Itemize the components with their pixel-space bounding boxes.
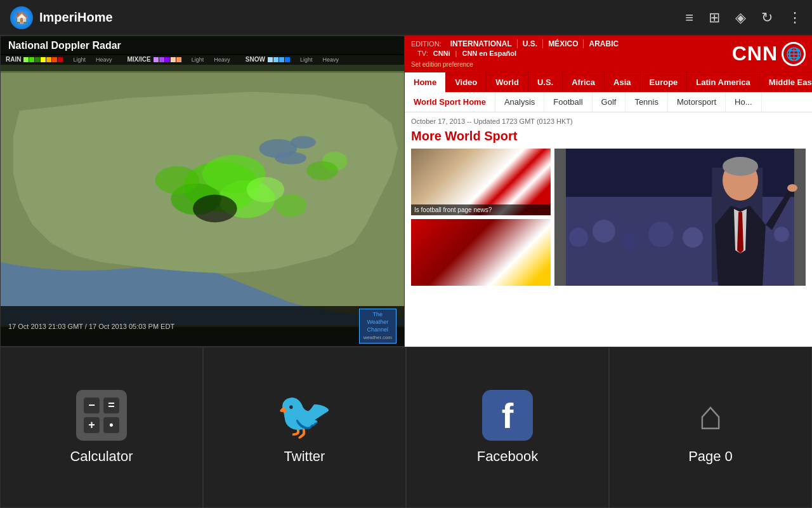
svg-point-23 [774, 227, 789, 242]
app-icon: 🏠 [10, 6, 33, 29]
sport-nav-more[interactable]: Ho... [726, 92, 761, 112]
edition-international[interactable]: INTERNATIONAL [445, 39, 518, 48]
rain-label: RAIN [6, 56, 21, 63]
sport-nav-football[interactable]: Football [544, 92, 592, 112]
page0-tile[interactable]: ⌂ Page 0 [609, 347, 812, 508]
tv-label: TV: [417, 50, 428, 57]
bottom-apps: − = + • Calculator 🐦 Twitter f Facebook … [0, 347, 812, 508]
cnn-logo: CNN 🌐 [732, 42, 806, 66]
home-page-icon: ⌂ [698, 392, 723, 439]
nav-latin-america[interactable]: Latin America [687, 72, 760, 92]
sport-nav-analysis[interactable]: Analysis [495, 92, 544, 112]
app-title: ImperiHome [39, 10, 685, 25]
edition-arabic[interactable]: ARABIC [584, 39, 624, 48]
facebook-tile[interactable]: f Facebook [406, 347, 609, 508]
weather-website: weather.com [363, 335, 392, 341]
article-thumb-1[interactable]: Is football front page news? [411, 149, 551, 215]
calc-equals: = [103, 398, 119, 413]
twitter-label: Twitter [284, 448, 325, 465]
twitter-icon-container: 🐦 [279, 390, 330, 441]
svg-point-3 [275, 152, 306, 164]
nav-europe[interactable]: Europe [641, 72, 688, 92]
article-main-image[interactable] [554, 149, 806, 286]
weather-channel-badge: TheWeatherChannel weather.com [359, 309, 396, 344]
article-date: October 17, 2013 -- Updated 1723 GMT (01… [411, 117, 806, 125]
top-icons: ≡ ⊞ ◈ ↻ ⋮ [685, 10, 802, 26]
article-images: Is football front page news? [411, 149, 806, 286]
refresh-icon[interactable]: ↻ [761, 10, 773, 26]
calculator-tile[interactable]: − = + • Calculator [0, 347, 203, 508]
snow-label: SNOW [246, 56, 265, 63]
nav-home[interactable]: Home [405, 72, 446, 92]
cnn-editions: EDITION: INTERNATIONAL U.S. MÉXICO ARABI… [411, 39, 624, 48]
heavy-label-mix: Heavy [214, 57, 230, 63]
nav-world[interactable]: World [487, 72, 528, 92]
cnn-tv-bar: TV: CNNi | CNN en Español [411, 48, 624, 61]
article-thumb-2[interactable] [411, 219, 551, 286]
light-label-mix: Light [192, 57, 204, 63]
more-icon[interactable]: ⋮ [788, 10, 802, 26]
edition-us[interactable]: U.S. [518, 39, 543, 48]
top-bar: 🏠 ImperiHome ≡ ⊞ ◈ ↻ ⋮ [0, 0, 812, 36]
calc-minus: − [84, 398, 100, 413]
grid-icon[interactable]: ⊞ [709, 10, 720, 26]
cnn-content: October 17, 2013 -- Updated 1723 GMT (01… [405, 112, 812, 347]
facebook-label: Facebook [477, 448, 539, 465]
svg-point-26 [787, 184, 797, 192]
light-label-rain: Light [73, 57, 86, 63]
location-icon[interactable]: ◈ [735, 10, 746, 26]
menu-icon[interactable]: ≡ [685, 10, 693, 26]
calculator-icon: − = + • [76, 390, 127, 441]
weather-panel: National Doppler Radar RAIN Light Heavy … [0, 36, 405, 347]
svg-point-2 [291, 136, 316, 149]
weather-footer: 17 Oct 2013 21:03 GMT / 17 Oct 2013 05:0… [1, 306, 404, 346]
heavy-label-rain: Heavy [96, 57, 112, 63]
calc-plus: + [84, 417, 100, 433]
cnn-nav-bar: Home Video World U.S. Africa Asia Europe… [405, 72, 812, 92]
nav-africa[interactable]: Africa [563, 72, 605, 92]
radar-legend: RAIN Light Heavy MIX/ICE [1, 54, 404, 65]
light-label-snow: Light [300, 57, 313, 63]
nav-video[interactable]: Video [446, 72, 487, 92]
article-left-images: Is football front page news? [411, 149, 551, 286]
main-content: National Doppler Radar RAIN Light Heavy … [0, 36, 812, 347]
twitter-bird-icon: 🐦 [276, 389, 333, 443]
cnn-logo-text: CNN [732, 42, 778, 65]
cnn-panel: EDITION: INTERNATIONAL U.S. MÉXICO ARABI… [405, 36, 812, 347]
cnn-espanol-link[interactable]: CNN en Español [462, 50, 516, 57]
sport-nav-motorsport[interactable]: Motorsport [668, 92, 726, 112]
nav-middle-east[interactable]: Middle East [760, 72, 812, 92]
sport-nav-golf[interactable]: Golf [593, 92, 626, 112]
svg-point-18 [620, 232, 638, 250]
svg-point-16 [569, 228, 588, 247]
facebook-icon: f [482, 390, 533, 441]
article-title: More World Sport [411, 129, 806, 144]
thumb-1-caption: Is football front page news? [411, 204, 551, 215]
svg-point-11 [275, 194, 306, 217]
set-edition-link[interactable]: Set edition preference [411, 61, 624, 68]
weather-timestamp: 17 Oct 2013 21:03 GMT / 17 Oct 2013 05:0… [8, 323, 174, 330]
sport-nav-world-home[interactable]: World Sport Home [405, 92, 495, 112]
cnn-header: EDITION: INTERNATIONAL U.S. MÉXICO ARABI… [405, 36, 812, 72]
svg-point-20 [683, 227, 703, 248]
calculator-icon-container: − = + • [76, 390, 127, 441]
home-icon-container: ⌂ [685, 390, 736, 441]
nav-us[interactable]: U.S. [528, 72, 563, 92]
edition-mexico[interactable]: MÉXICO [543, 39, 584, 48]
sport-nav-tennis[interactable]: Tennis [625, 92, 668, 112]
tv-separator: | [455, 50, 457, 57]
facebook-icon-container: f [482, 390, 533, 441]
sport-nav-bar: World Sport Home Analysis Football Golf … [405, 92, 812, 112]
cnni-link[interactable]: CNNi [433, 50, 450, 57]
svg-point-27 [723, 157, 758, 176]
svg-point-17 [593, 220, 615, 243]
svg-point-19 [648, 222, 674, 247]
svg-point-10 [155, 166, 199, 194]
edition-label: EDITION: [411, 40, 442, 48]
twitter-tile[interactable]: 🐦 Twitter [203, 347, 406, 508]
page0-label: Page 0 [688, 448, 733, 465]
calculator-label: Calculator [70, 448, 133, 465]
weather-title: National Doppler Radar [1, 36, 404, 55]
calc-dot: • [103, 417, 119, 433]
nav-asia[interactable]: Asia [605, 72, 640, 92]
